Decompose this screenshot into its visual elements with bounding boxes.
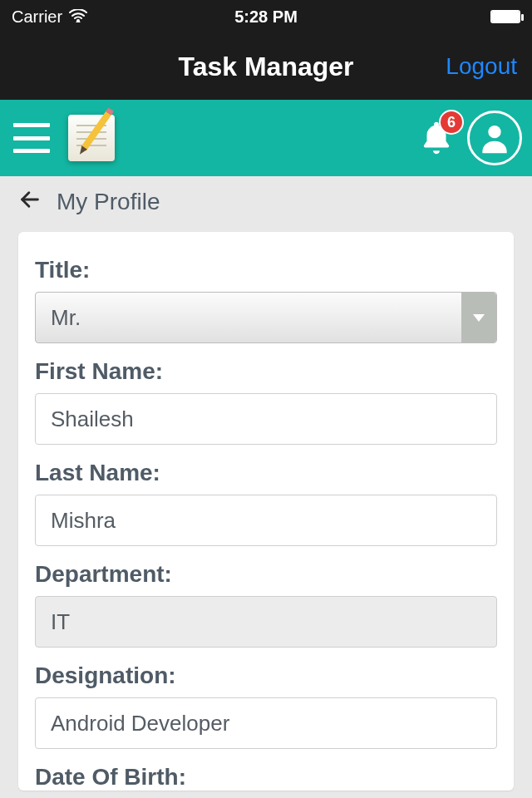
breadcrumb: My Profile (0, 176, 532, 224)
notifications-button[interactable]: 6 (417, 118, 456, 158)
carrier-label: Carrier (12, 7, 62, 27)
svg-point-1 (488, 126, 500, 138)
department-label: Department: (35, 561, 497, 588)
chevron-down-icon (461, 293, 496, 342)
first-name-input[interactable] (35, 393, 497, 445)
department-field: IT (35, 596, 497, 648)
last-name-input[interactable] (35, 495, 497, 546)
last-name-label: Last Name: (35, 460, 497, 486)
profile-button[interactable] (467, 111, 522, 165)
battery-icon (490, 10, 520, 23)
svg-point-0 (76, 19, 80, 22)
back-button[interactable] (18, 188, 42, 215)
clock-label: 5:28 PM (234, 7, 298, 27)
dob-label: Date Of Birth: (35, 764, 497, 791)
status-bar: Carrier 5:28 PM (0, 0, 532, 33)
title-select[interactable]: Mr. (35, 292, 497, 343)
department-value: IT (51, 609, 70, 635)
first-name-label: First Name: (35, 358, 497, 385)
profile-form-card: Title: Mr. First Name: Last Name: Depart… (18, 232, 514, 791)
designation-input[interactable] (35, 697, 497, 749)
logout-button[interactable]: Logout (446, 53, 517, 80)
menu-icon[interactable] (13, 123, 50, 153)
wifi-icon (69, 7, 87, 27)
notification-badge: 6 (439, 110, 464, 135)
page-title: My Profile (57, 189, 160, 215)
title-select-value: Mr. (51, 305, 81, 331)
title-label: Title: (35, 257, 497, 283)
app-title: Task Manager (178, 52, 353, 82)
navbar: Task Manager Logout (0, 33, 532, 100)
toolbar: 6 (0, 100, 532, 176)
compose-icon[interactable] (68, 115, 115, 161)
designation-label: Designation: (35, 663, 497, 689)
